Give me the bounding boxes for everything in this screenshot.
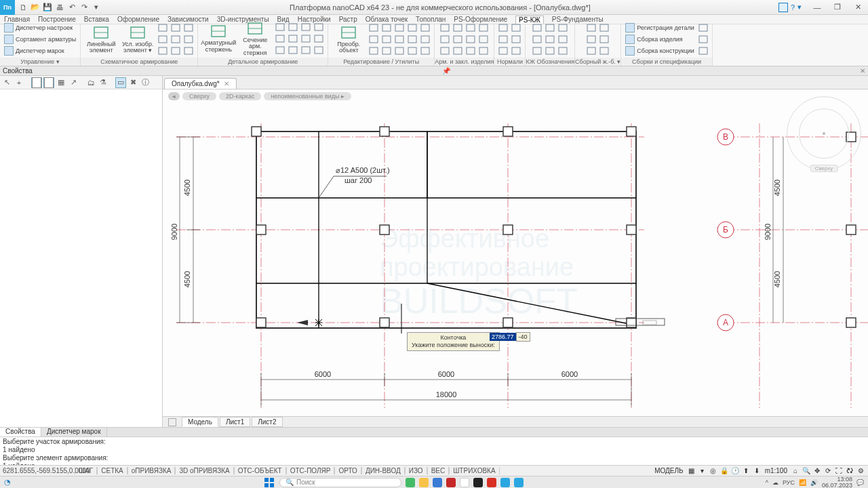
panel-tab[interactable]: Диспетчер марок	[41, 428, 107, 436]
arrow-up-icon[interactable]: ⬆	[741, 466, 751, 476]
pan-icon[interactable]: ✥	[812, 466, 822, 476]
status-toggle[interactable]: ДИН-ВВОД	[361, 467, 405, 474]
ribbon-mini-button[interactable]	[157, 22, 169, 33]
ribbon-mini-button[interactable]	[419, 45, 431, 56]
ribbon-mini-button[interactable]	[510, 22, 522, 33]
tool-box2-icon[interactable]	[43, 77, 54, 88]
nanocad-icon[interactable]	[500, 478, 510, 487]
tool-filter-icon[interactable]: ⚗	[98, 77, 108, 88]
ribbon-text-button[interactable]: Диспетчер настроек	[3, 22, 77, 33]
close-button[interactable]: ✕	[848, 0, 868, 15]
refresh-icon[interactable]: 🗘	[845, 466, 854, 476]
ribbon-mini-button[interactable]	[531, 34, 543, 45]
save-icon[interactable]: 💾	[42, 2, 53, 13]
ribbon-text-button[interactable]: Сборка изделия	[624, 34, 696, 45]
ribbon-text-button[interactable]: Сборка конструкции	[624, 45, 696, 56]
ribbon-mini-button[interactable]	[598, 45, 610, 56]
help-box-icon[interactable]	[778, 3, 788, 12]
start-button[interactable]	[263, 478, 275, 487]
ribbon-mini-button[interactable]	[287, 45, 299, 56]
ribbon-mini-button[interactable]	[313, 33, 325, 44]
lock-icon[interactable]: 🔒	[719, 466, 729, 476]
undo-icon[interactable]: ↶	[66, 2, 77, 13]
ribbon-big-button[interactable]: Усл. изобр.элемент ▾	[120, 25, 155, 54]
orbit-icon[interactable]: ⟳	[823, 466, 833, 476]
ribbon-mini-button[interactable]	[300, 45, 312, 56]
ribbon-mini-button[interactable]	[557, 34, 569, 45]
status-toggle[interactable]: ОТС-ПОЛЯР	[286, 467, 335, 474]
layout-tab[interactable]: Лист1	[220, 417, 250, 427]
ribbon-mini-button[interactable]	[544, 22, 556, 33]
ribbon-mini-button[interactable]	[497, 34, 509, 45]
layout-tab[interactable]: Модель	[182, 417, 218, 427]
zoom-in-icon[interactable]: 🔍	[802, 466, 811, 476]
ribbon-mini-button[interactable]	[182, 45, 195, 56]
ribbon-mini-button[interactable]	[393, 34, 406, 45]
tool-hatch-icon[interactable]: ▦	[56, 77, 66, 88]
status-toggle[interactable]: ШАГ	[75, 467, 97, 474]
help-icon[interactable]: ?	[791, 3, 795, 12]
qat-more-icon[interactable]: ▾	[91, 2, 102, 13]
ribbon-text-button[interactable]: Диспетчер марок	[3, 45, 77, 56]
status-toggle[interactable]: СЕТКА	[97, 467, 127, 474]
ribbon-text-button[interactable]: Регистрация детали	[624, 22, 696, 33]
ribbon-mini-button[interactable]	[531, 22, 543, 33]
ribbon-mini-button[interactable]	[465, 45, 477, 56]
ribbon-mini-button[interactable]	[287, 22, 299, 33]
ribbon-mini-button[interactable]	[300, 22, 312, 33]
ribbon-mini-button[interactable]	[477, 22, 490, 33]
document-tab[interactable]: Опалубка.dwg* ✕	[164, 78, 237, 89]
ribbon-mini-button[interactable]	[497, 22, 509, 33]
layout-tab[interactable]: Лист2	[252, 417, 282, 427]
ribbon-mini-button[interactable]	[544, 45, 556, 56]
ribbon-text-button[interactable]: Сортамент арматуры	[3, 34, 77, 45]
status-toggle[interactable]: ВЕС	[427, 467, 450, 474]
ribbon-mini-button[interactable]	[313, 45, 325, 56]
tool-arrow-icon[interactable]: ↗	[68, 77, 79, 88]
ribbon-big-button[interactable]: Сечениеарм. стержня	[237, 21, 273, 56]
panel-close-icon[interactable]: ✕	[860, 67, 865, 75]
ribbon-mini-button[interactable]	[557, 45, 569, 56]
status-toggle[interactable]: оПРИВЯЗКА	[127, 467, 176, 474]
ribbon-mini-button[interactable]	[585, 34, 597, 45]
ribbon-big-button[interactable]: Преобр.объект	[331, 25, 366, 54]
app-icon[interactable]: Пn	[0, 0, 15, 15]
ribbon-mini-button[interactable]	[157, 45, 169, 56]
edge-icon[interactable]: ◔	[4, 478, 11, 487]
ribbon-mini-button[interactable]	[510, 34, 522, 45]
print-icon[interactable]: 🖶	[54, 2, 65, 13]
tool-plus-icon[interactable]: +	[14, 77, 24, 88]
ribbon-mini-button[interactable]	[452, 22, 464, 33]
ribbon-mini-button[interactable]	[697, 45, 709, 56]
ribbon-mini-button[interactable]	[182, 22, 195, 33]
ribbon-mini-button[interactable]	[557, 22, 569, 33]
obs-icon[interactable]	[473, 478, 483, 487]
ribbon-mini-button[interactable]	[477, 45, 490, 56]
tool-tree-icon[interactable]: 🗂	[85, 77, 96, 88]
dynamic-input[interactable]: 2786.77 -40	[490, 332, 530, 342]
taskbar-app-icon[interactable]	[406, 478, 415, 487]
ribbon-mini-button[interactable]	[497, 45, 509, 56]
ribbon-mini-button[interactable]	[393, 22, 406, 33]
layout-menu-icon[interactable]	[168, 418, 176, 426]
status-toggle[interactable]: ШТРИХОВКА	[449, 467, 499, 474]
settings-icon[interactable]: ⚙	[856, 466, 865, 476]
target-icon[interactable]: ◎	[709, 466, 718, 476]
ribbon-mini-button[interactable]	[368, 34, 380, 45]
status-toggle[interactable]: ИЗО	[405, 467, 427, 474]
ribbon-mini-button[interactable]	[585, 22, 597, 33]
tool-info-icon[interactable]: ⓘ	[140, 77, 151, 88]
status-toggle[interactable]: ОРТО	[334, 467, 361, 474]
ribbon-mini-button[interactable]	[274, 33, 286, 44]
ribbon-mini-button[interactable]	[439, 45, 451, 56]
ribbon-mini-button[interactable]	[477, 34, 490, 45]
ribbon-mini-button[interactable]	[419, 22, 431, 33]
ribbon-mini-button[interactable]	[465, 34, 477, 45]
ribbon-mini-button[interactable]	[380, 45, 393, 56]
status-toggle[interactable]: ОТС-ОБЪЕКТ	[234, 467, 286, 474]
tray-chevron-icon[interactable]: ^	[766, 479, 768, 486]
ribbon-big-button[interactable]: Арматурныйстержень	[201, 24, 236, 53]
ribbon-mini-button[interactable]	[697, 22, 709, 33]
maximize-button[interactable]: ❐	[827, 0, 848, 15]
ribbon-mini-button[interactable]	[419, 34, 431, 45]
